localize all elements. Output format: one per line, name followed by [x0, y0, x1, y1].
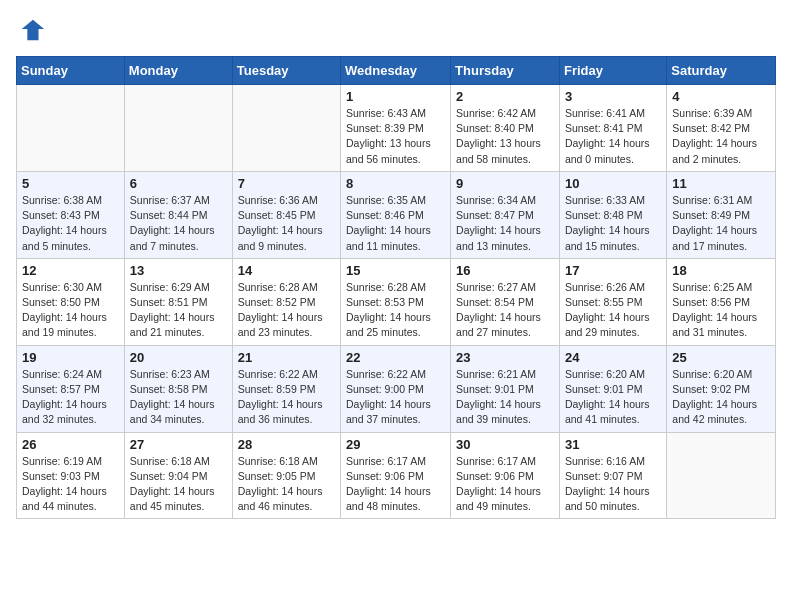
calendar-cell: 11Sunrise: 6:31 AM Sunset: 8:49 PM Dayli… [667, 171, 776, 258]
calendar-cell [232, 85, 340, 172]
calendar-cell: 9Sunrise: 6:34 AM Sunset: 8:47 PM Daylig… [451, 171, 560, 258]
day-info: Sunrise: 6:37 AM Sunset: 8:44 PM Dayligh… [130, 193, 227, 254]
calendar-cell: 30Sunrise: 6:17 AM Sunset: 9:06 PM Dayli… [451, 432, 560, 519]
day-number: 23 [456, 350, 554, 365]
day-of-week-header: Tuesday [232, 57, 340, 85]
day-of-week-header: Thursday [451, 57, 560, 85]
day-info: Sunrise: 6:31 AM Sunset: 8:49 PM Dayligh… [672, 193, 770, 254]
calendar-header-row: SundayMondayTuesdayWednesdayThursdayFrid… [17, 57, 776, 85]
calendar-table: SundayMondayTuesdayWednesdayThursdayFrid… [16, 56, 776, 519]
calendar-cell: 18Sunrise: 6:25 AM Sunset: 8:56 PM Dayli… [667, 258, 776, 345]
calendar-cell: 13Sunrise: 6:29 AM Sunset: 8:51 PM Dayli… [124, 258, 232, 345]
day-info: Sunrise: 6:36 AM Sunset: 8:45 PM Dayligh… [238, 193, 335, 254]
svg-marker-0 [22, 20, 44, 41]
calendar-cell: 10Sunrise: 6:33 AM Sunset: 8:48 PM Dayli… [559, 171, 666, 258]
day-number: 9 [456, 176, 554, 191]
day-info: Sunrise: 6:24 AM Sunset: 8:57 PM Dayligh… [22, 367, 119, 428]
day-info: Sunrise: 6:18 AM Sunset: 9:05 PM Dayligh… [238, 454, 335, 515]
day-info: Sunrise: 6:28 AM Sunset: 8:53 PM Dayligh… [346, 280, 445, 341]
day-number: 18 [672, 263, 770, 278]
calendar-cell: 14Sunrise: 6:28 AM Sunset: 8:52 PM Dayli… [232, 258, 340, 345]
day-number: 26 [22, 437, 119, 452]
day-info: Sunrise: 6:17 AM Sunset: 9:06 PM Dayligh… [456, 454, 554, 515]
day-info: Sunrise: 6:41 AM Sunset: 8:41 PM Dayligh… [565, 106, 661, 167]
calendar-cell: 23Sunrise: 6:21 AM Sunset: 9:01 PM Dayli… [451, 345, 560, 432]
day-info: Sunrise: 6:39 AM Sunset: 8:42 PM Dayligh… [672, 106, 770, 167]
calendar-week-row: 26Sunrise: 6:19 AM Sunset: 9:03 PM Dayli… [17, 432, 776, 519]
day-number: 15 [346, 263, 445, 278]
day-number: 27 [130, 437, 227, 452]
day-info: Sunrise: 6:26 AM Sunset: 8:55 PM Dayligh… [565, 280, 661, 341]
day-info: Sunrise: 6:21 AM Sunset: 9:01 PM Dayligh… [456, 367, 554, 428]
day-of-week-header: Sunday [17, 57, 125, 85]
calendar-cell: 16Sunrise: 6:27 AM Sunset: 8:54 PM Dayli… [451, 258, 560, 345]
calendar-cell: 17Sunrise: 6:26 AM Sunset: 8:55 PM Dayli… [559, 258, 666, 345]
day-of-week-header: Saturday [667, 57, 776, 85]
day-number: 10 [565, 176, 661, 191]
day-number: 2 [456, 89, 554, 104]
day-info: Sunrise: 6:22 AM Sunset: 9:00 PM Dayligh… [346, 367, 445, 428]
day-number: 1 [346, 89, 445, 104]
calendar-cell: 3Sunrise: 6:41 AM Sunset: 8:41 PM Daylig… [559, 85, 666, 172]
calendar-week-row: 5Sunrise: 6:38 AM Sunset: 8:43 PM Daylig… [17, 171, 776, 258]
calendar-cell: 2Sunrise: 6:42 AM Sunset: 8:40 PM Daylig… [451, 85, 560, 172]
calendar-cell: 6Sunrise: 6:37 AM Sunset: 8:44 PM Daylig… [124, 171, 232, 258]
calendar-cell: 7Sunrise: 6:36 AM Sunset: 8:45 PM Daylig… [232, 171, 340, 258]
day-info: Sunrise: 6:33 AM Sunset: 8:48 PM Dayligh… [565, 193, 661, 254]
day-info: Sunrise: 6:20 AM Sunset: 9:01 PM Dayligh… [565, 367, 661, 428]
day-number: 29 [346, 437, 445, 452]
day-number: 25 [672, 350, 770, 365]
calendar-cell: 4Sunrise: 6:39 AM Sunset: 8:42 PM Daylig… [667, 85, 776, 172]
day-of-week-header: Monday [124, 57, 232, 85]
day-number: 12 [22, 263, 119, 278]
calendar-cell: 31Sunrise: 6:16 AM Sunset: 9:07 PM Dayli… [559, 432, 666, 519]
calendar-cell: 21Sunrise: 6:22 AM Sunset: 8:59 PM Dayli… [232, 345, 340, 432]
day-number: 22 [346, 350, 445, 365]
day-number: 16 [456, 263, 554, 278]
calendar-cell: 20Sunrise: 6:23 AM Sunset: 8:58 PM Dayli… [124, 345, 232, 432]
day-number: 24 [565, 350, 661, 365]
calendar-cell [124, 85, 232, 172]
page-header [16, 16, 776, 48]
calendar-cell: 25Sunrise: 6:20 AM Sunset: 9:02 PM Dayli… [667, 345, 776, 432]
calendar-cell: 12Sunrise: 6:30 AM Sunset: 8:50 PM Dayli… [17, 258, 125, 345]
calendar-cell [17, 85, 125, 172]
logo [16, 16, 50, 48]
day-info: Sunrise: 6:28 AM Sunset: 8:52 PM Dayligh… [238, 280, 335, 341]
day-number: 5 [22, 176, 119, 191]
calendar-cell: 5Sunrise: 6:38 AM Sunset: 8:43 PM Daylig… [17, 171, 125, 258]
calendar-week-row: 1Sunrise: 6:43 AM Sunset: 8:39 PM Daylig… [17, 85, 776, 172]
day-of-week-header: Wednesday [341, 57, 451, 85]
day-info: Sunrise: 6:16 AM Sunset: 9:07 PM Dayligh… [565, 454, 661, 515]
calendar-cell: 22Sunrise: 6:22 AM Sunset: 9:00 PM Dayli… [341, 345, 451, 432]
day-info: Sunrise: 6:29 AM Sunset: 8:51 PM Dayligh… [130, 280, 227, 341]
day-number: 19 [22, 350, 119, 365]
calendar-cell [667, 432, 776, 519]
day-info: Sunrise: 6:22 AM Sunset: 8:59 PM Dayligh… [238, 367, 335, 428]
day-info: Sunrise: 6:35 AM Sunset: 8:46 PM Dayligh… [346, 193, 445, 254]
calendar-cell: 15Sunrise: 6:28 AM Sunset: 8:53 PM Dayli… [341, 258, 451, 345]
calendar-cell: 28Sunrise: 6:18 AM Sunset: 9:05 PM Dayli… [232, 432, 340, 519]
day-info: Sunrise: 6:30 AM Sunset: 8:50 PM Dayligh… [22, 280, 119, 341]
day-number: 17 [565, 263, 661, 278]
day-info: Sunrise: 6:25 AM Sunset: 8:56 PM Dayligh… [672, 280, 770, 341]
day-info: Sunrise: 6:27 AM Sunset: 8:54 PM Dayligh… [456, 280, 554, 341]
day-number: 11 [672, 176, 770, 191]
day-info: Sunrise: 6:20 AM Sunset: 9:02 PM Dayligh… [672, 367, 770, 428]
day-number: 4 [672, 89, 770, 104]
day-number: 31 [565, 437, 661, 452]
logo-icon [18, 16, 46, 44]
day-number: 7 [238, 176, 335, 191]
calendar-cell: 29Sunrise: 6:17 AM Sunset: 9:06 PM Dayli… [341, 432, 451, 519]
calendar-week-row: 19Sunrise: 6:24 AM Sunset: 8:57 PM Dayli… [17, 345, 776, 432]
calendar-cell: 19Sunrise: 6:24 AM Sunset: 8:57 PM Dayli… [17, 345, 125, 432]
day-number: 30 [456, 437, 554, 452]
day-info: Sunrise: 6:38 AM Sunset: 8:43 PM Dayligh… [22, 193, 119, 254]
day-number: 21 [238, 350, 335, 365]
day-info: Sunrise: 6:19 AM Sunset: 9:03 PM Dayligh… [22, 454, 119, 515]
day-info: Sunrise: 6:17 AM Sunset: 9:06 PM Dayligh… [346, 454, 445, 515]
calendar-cell: 26Sunrise: 6:19 AM Sunset: 9:03 PM Dayli… [17, 432, 125, 519]
day-number: 6 [130, 176, 227, 191]
calendar-cell: 8Sunrise: 6:35 AM Sunset: 8:46 PM Daylig… [341, 171, 451, 258]
day-info: Sunrise: 6:42 AM Sunset: 8:40 PM Dayligh… [456, 106, 554, 167]
